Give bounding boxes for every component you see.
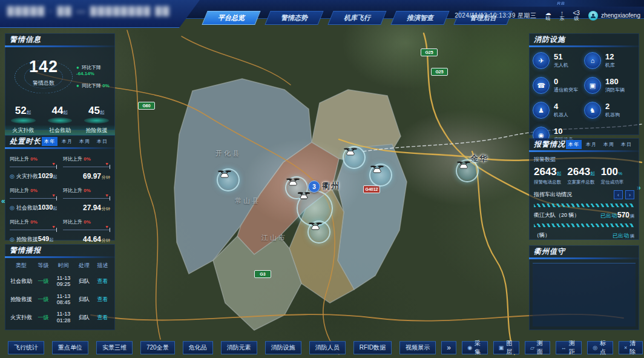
fire-elements-button[interactable]: 消防元素: [221, 341, 257, 354]
drone-marker[interactable]: [456, 159, 479, 182]
alert-total-ring: 142 警情总数: [11, 53, 76, 101]
dispatch-header: 指挥车出动情况 ‹ ›: [529, 185, 639, 202]
yoy-change: ● 同比下降 0%: [76, 83, 114, 89]
drone-icon: ✈: [533, 52, 550, 69]
tools-expand-button[interactable]: »: [441, 341, 456, 354]
tab-this-year[interactable]: 本年: [42, 137, 58, 146]
tab-today[interactable]: 本日: [94, 137, 110, 146]
tab-this-year[interactable]: 本年: [566, 140, 582, 149]
drone-marker[interactable]: [343, 146, 366, 169]
view-link[interactable]: 查看: [93, 278, 113, 284]
alert-info-panel: 警情信息 142 警情总数 ● 环比下降 -64.14% ● 同比下降 0% 5…: [5, 33, 115, 130]
slider-track: ▼: [63, 230, 110, 230]
measure-distance-button[interactable]: ↔测距: [556, 341, 582, 354]
title-underline: [5, 45, 115, 47]
panorama-720-button[interactable]: 720全景: [140, 341, 175, 354]
corner-logo-strip: RB: [478, 0, 644, 7]
view-link[interactable]: 查看: [93, 314, 113, 320]
tab-this-week[interactable]: 本周: [77, 137, 93, 146]
layers-button[interactable]: ▣图层: [493, 341, 519, 354]
level-badge: 一级: [35, 278, 51, 284]
stat-location-rate: 100% 定位成功率: [601, 166, 634, 185]
slider-track: ▼: [10, 198, 57, 199]
tab-this-month[interactable]: 本月: [59, 137, 75, 146]
road-badge: G25: [431, 68, 448, 76]
view-link[interactable]: 查看: [93, 296, 113, 302]
caret-down-icon: ▼: [105, 225, 109, 229]
clear-button[interactable]: ×清除: [619, 341, 643, 354]
key-units-button[interactable]: 重点单位: [52, 341, 88, 354]
fire-facilities-button[interactable]: 消防设施: [265, 341, 301, 354]
weather-condition: ☁ 晴: [545, 10, 551, 22]
hangar-icon: ⌂: [584, 52, 601, 69]
duration-group-social: 同比上升 0% ▼ 环比上升 0% ▼ ◎ 社会救助1030起 27.94分钟: [5, 181, 115, 212]
real-3d-button[interactable]: 实景三维: [96, 341, 133, 354]
drone-icon: [370, 165, 384, 174]
drone-marker[interactable]: [307, 220, 330, 244]
equipment-panel: 消防设施 ✈ 51无人机 ⌂ 12机库 ☎ 0通信前突车 ▣ 180消防车辆 ♟…: [529, 33, 639, 135]
title-wedge: █████ · ██ — ████████ ██: [0, 0, 200, 28]
collect-button[interactable]: ◉采集: [462, 341, 488, 354]
drone-icon: [286, 177, 300, 187]
stat-calls: 2643起 报警电话总数: [534, 166, 567, 185]
hazmat-button[interactable]: 危化品: [183, 341, 213, 354]
user-menu[interactable]: zhengxiaofeng: [588, 11, 640, 21]
duration-group-fire: 同比上升 0% ▼ 环比上升 0% ▼ ◎ 火灾扑救1029起 69.97分钟: [5, 149, 115, 181]
tab-this-month[interactable]: 本月: [583, 140, 599, 149]
drone-marker[interactable]: [369, 164, 392, 187]
teal-glow: [11, 118, 36, 124]
table-row-cell: 11-1308:45: [51, 293, 76, 306]
alarm-stats: 2643起 报警电话总数 2643起 立案案件总数 100% 定位成功率: [529, 165, 639, 185]
pager-prev-button[interactable]: ‹: [614, 190, 623, 199]
pager-next-button[interactable]: ›: [625, 190, 634, 199]
region-label: 开化县: [215, 149, 241, 158]
road-badge: G3: [254, 270, 271, 278]
app-title-redacted: █████ · ██ — ████████ ██: [7, 6, 171, 16]
equipment-item-robot: ♟ 4机器人: [533, 102, 584, 119]
period-tabs: 本年 本月 本周 本日: [566, 140, 634, 149]
slider-track: ▼: [63, 198, 110, 199]
panel-title: 警情信息: [5, 33, 115, 45]
region-label: 江山市: [261, 233, 287, 242]
caret-down-icon: ▼: [51, 193, 56, 197]
measure-area-button[interactable]: ▱测面: [525, 341, 550, 354]
tab-today[interactable]: 本日: [619, 140, 634, 149]
marker-icon: ◎: [593, 345, 597, 351]
dispatch-row: （辆） 已出动辆: [529, 229, 639, 242]
table-row-cell: 11-1309:25: [51, 275, 76, 288]
measure-area-icon: ▱: [530, 345, 534, 351]
tab-alert-situation[interactable]: 警情态势: [264, 11, 323, 25]
mark-point-button[interactable]: ◎标点: [587, 341, 613, 354]
fire-personnel-button[interactable]: 消防人员: [309, 341, 346, 354]
tab-simulation[interactable]: 推演智查: [390, 11, 449, 25]
category-icon: ◎: [10, 236, 15, 242]
table-row-cell: 11-1301:28: [51, 311, 76, 323]
rfid-data-button[interactable]: RFID数据: [353, 341, 392, 354]
alarm-section-label: 报警数据: [529, 152, 639, 165]
drone-icon: [218, 170, 231, 179]
measure-distance-icon: ↔: [561, 345, 567, 351]
panel-title: 处置时长: [10, 136, 41, 147]
panel-title: 消防设施: [529, 33, 639, 45]
header-info: 2024/11/13 10:13:39 星期三 ☁ 晴 ↑ 东 <3 级 zhe…: [455, 10, 640, 22]
tab-this-week[interactable]: 本周: [601, 140, 617, 149]
green-dot-icon: ●: [76, 65, 79, 70]
flight-stats-button[interactable]: 飞行统计: [8, 341, 44, 354]
avatar: [588, 11, 598, 21]
person-icon: [590, 13, 596, 19]
fire-truck-icon: ▣: [584, 77, 601, 94]
slider-track: ▼: [10, 167, 57, 167]
drone-marker[interactable]: [217, 168, 240, 191]
road-badge: G25: [421, 48, 438, 56]
tab-platform-overview[interactable]: 平台总览: [202, 11, 260, 25]
tab-hangar-flight[interactable]: 机库飞行: [327, 11, 386, 25]
bottom-toolbar: 飞行统计 重点单位 实景三维 720全景 危化品 消防元素 消防设施 消防人员 …: [0, 340, 644, 356]
equipment-item-hangar: ⌂ 12机库: [584, 52, 636, 69]
comm-vehicle-icon: ☎: [533, 77, 550, 94]
video-display-button[interactable]: 视频展示: [399, 341, 436, 354]
clear-icon: ×: [624, 345, 627, 351]
datetime: 2024/11/13 10:13:39 星期三: [455, 12, 536, 20]
caret-down-icon: ▼: [51, 225, 56, 229]
alert-type-stats: 52起 火灾扑救 44起 社会救助 45起 抢险救援: [5, 105, 115, 136]
cluster-count-badge[interactable]: 3: [308, 181, 320, 193]
